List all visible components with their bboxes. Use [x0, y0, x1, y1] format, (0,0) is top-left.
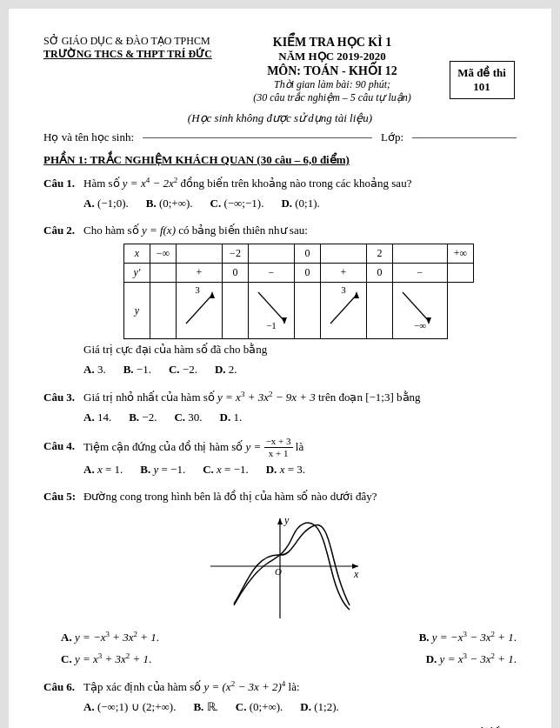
q5-options: A. y = −x3 + 3x2 + 1. B. y = −x3 − 3x2 +… — [61, 628, 517, 669]
question-5: Câu 5: Đường cong trong hình bên là đồ t… — [43, 488, 517, 669]
q2-table-area: x −∞ −2 0 2 +∞ y' + 0 − 0 — [83, 244, 517, 340]
q3-opt-a: A. 14. — [83, 409, 111, 427]
exam-page: SỞ GIÁO DỤC & ĐÀO TẠO TPHCM TRƯỜNG THCS … — [9, 9, 551, 728]
svg-marker-10 — [426, 317, 431, 324]
q1-opt-b: B. (0;+∞). — [146, 195, 193, 213]
q5-graph-area: x y O — [43, 510, 517, 623]
q5-opt-a: A. y = −x3 + 3x2 + 1. — [61, 628, 159, 647]
q3-opt-c: C. 30. — [174, 409, 202, 427]
q6-opt-b: B. ℝ. — [193, 698, 217, 717]
ma-de-label: Mã đề thi — [457, 66, 507, 80]
q1-header: Câu 1. Hàm số y = x4 − 2x2 đồng biến trê… — [43, 174, 517, 193]
question-3: Câu 3. Giá trị nhỏ nhất của hàm số y = x… — [43, 388, 517, 427]
svg-marker-8 — [354, 291, 359, 298]
q5-opt-b: B. y = −x3 − 3x2 + 1. — [419, 628, 517, 647]
q2-opt-b: B. −1. — [123, 361, 151, 379]
q4-num: Câu 4. — [43, 437, 78, 456]
svg-marker-15 — [277, 518, 283, 524]
q4-text: Tiệm cận đứng của đồ thị hàm số y = −x +… — [83, 436, 517, 459]
q4-opt-a: A. x = 1. — [83, 461, 123, 479]
school-label: TRƯỜNG THCS & THPT TRÍ ĐỨC — [43, 48, 217, 61]
q2-header: Câu 2. Cho hàm số y = f(x) có bảng biến … — [43, 222, 517, 240]
exam-year: NĂM HỌC 2019-2020 — [217, 50, 447, 63]
notice: (Học sinh không được sử dụng tài liệu) — [43, 111, 517, 125]
q3-opt-d: D. 1. — [220, 409, 243, 427]
q3-options: A. 14. B. −2. C. 30. D. 1. — [83, 409, 517, 427]
q4-header: Câu 4. Tiệm cận đứng của đồ thị hàm số y… — [43, 436, 517, 459]
q2-options: A. 3. B. −1. C. −2. D. 2. — [83, 361, 517, 379]
section1-title: PHẦN 1: TRẮC NGHIỆM KHÁCH QUAN (30 câu –… — [43, 153, 517, 167]
q3-opt-b: B. −2. — [129, 409, 157, 427]
q2-answer-label: Giá trị cực đại của hàm số đã cho bằng — [83, 341, 517, 359]
q3-header: Câu 3. Giá trị nhỏ nhất của hàm số y = x… — [43, 388, 517, 407]
q1-num: Câu 1. — [43, 175, 78, 193]
student-label: Họ và tên học sinh: — [43, 130, 134, 144]
svg-text:x: x — [353, 568, 359, 580]
arrow-up-right: 3 — [326, 284, 361, 332]
svg-line-1 — [186, 295, 212, 324]
header-left: SỞ GIÁO DỤC & ĐÀO TẠO TPHCM TRƯỜNG THCS … — [43, 35, 217, 104]
svg-text:y: y — [283, 514, 290, 526]
svg-line-9 — [403, 292, 429, 321]
question-4: Câu 4. Tiệm cận đứng của đồ thị hàm số y… — [43, 436, 517, 479]
dept-label: SỞ GIÁO DỤC & ĐÀO TẠO TPHCM — [43, 35, 217, 48]
ma-de-box: Mã đề thi 101 — [450, 61, 515, 99]
q5-text: Đường cong trong hình bên là đồ thị của … — [83, 488, 517, 506]
exam-time2: (30 câu trắc nghiệm – 5 câu tự luận) — [217, 91, 447, 104]
q4-opt-d: D. x = 3. — [266, 461, 305, 479]
svg-text:3: 3 — [195, 284, 200, 295]
variation-table: x −∞ −2 0 2 +∞ y' + 0 − 0 — [123, 244, 474, 340]
q5-options-row1: A. y = −x3 + 3x2 + 1. B. y = −x3 − 3x2 +… — [61, 628, 517, 647]
svg-marker-4 — [282, 317, 287, 324]
question-6: Câu 6. Tập xác định của hàm số y = (x2 −… — [43, 678, 517, 717]
q6-num: Câu 6. — [43, 678, 78, 697]
arrow-up-left: 3 — [182, 284, 217, 332]
exam-title: KIỂM TRA HỌC KÌ 1 — [217, 35, 447, 50]
q2-opt-d: D. 2. — [215, 361, 237, 379]
q4-options: A. x = 1. B. y = −1. C. x = −1. D. x = 3… — [83, 461, 517, 479]
q6-header: Câu 6. Tập xác định của hàm số y = (x2 −… — [43, 678, 517, 697]
question-1: Câu 1. Hàm số y = x4 − 2x2 đồng biến trê… — [43, 174, 517, 213]
exam-time: Thời gian làm bài: 90 phút; — [217, 78, 447, 91]
q4-opt-b: B. y = −1. — [140, 461, 185, 479]
q2-num: Câu 2. — [43, 222, 78, 240]
class-label: Lớp: — [381, 130, 403, 144]
q5-options-row2: C. y = x3 + 3x2 + 1. D. y = x3 − 3x2 + 1… — [61, 650, 517, 669]
q1-text: Hàm số y = x4 − 2x2 đồng biến trên khoản… — [83, 174, 517, 193]
header: SỞ GIÁO DỤC & ĐÀO TẠO TPHCM TRƯỜNG THCS … — [43, 35, 517, 104]
question-2: Câu 2. Cho hàm số y = f(x) có bảng biến … — [43, 222, 517, 379]
q5-opt-d: D. y = x3 − 3x2 + 1. — [426, 650, 517, 669]
exam-subject: MÔN: TOÁN - KHỐI 12 — [217, 63, 447, 78]
q2-text: Cho hàm số y = f(x) có bảng biến thiên n… — [83, 222, 517, 240]
curve-graph-svg: x y O — [193, 510, 367, 623]
header-center: KIỂM TRA HỌC KÌ 1 NĂM HỌC 2019-2020 MÔN:… — [217, 35, 447, 104]
svg-line-7 — [330, 295, 357, 324]
svg-text:−∞: −∞ — [414, 320, 426, 331]
q6-opt-a: A. (−∞;1) ∪ (2;+∞). — [83, 698, 176, 717]
student-line: Họ và tên học sinh: Lớp: — [43, 130, 517, 144]
q6-options: A. (−∞;1) ∪ (2;+∞). B. ℝ. C. (0;+∞). D. … — [83, 698, 517, 717]
q1-opt-c: C. (−∞;−1). — [210, 195, 264, 213]
svg-marker-2 — [210, 291, 215, 298]
arrow-down-right: −∞ — [398, 284, 442, 331]
svg-text:−1: −1 — [266, 320, 277, 331]
svg-text:O: O — [275, 566, 282, 577]
q6-text: Tập xác định của hàm số y = (x2 − 3x + 2… — [83, 678, 517, 697]
q4-opt-c: C. x = −1. — [203, 461, 249, 479]
q1-opt-a: A. (−1;0). — [83, 195, 129, 213]
q5-opt-c: C. y = x3 + 3x2 + 1. — [61, 650, 151, 669]
q2-opt-c: C. −2. — [169, 361, 197, 379]
arrow-down-mid: −1 — [254, 284, 289, 331]
q5-num: Câu 5: — [43, 488, 78, 506]
q3-text: Giá trị nhỏ nhất của hàm số y = x3 + 3x2… — [83, 388, 517, 407]
q5-header: Câu 5: Đường cong trong hình bên là đồ t… — [43, 488, 517, 506]
svg-line-3 — [258, 292, 284, 321]
ma-de-number: 101 — [457, 80, 507, 94]
q3-num: Câu 3. — [43, 389, 78, 407]
q6-opt-d: D. (1;2). — [300, 698, 338, 717]
q1-opt-d: D. (0;1). — [281, 195, 319, 213]
header-right: Mã đề thi 101 — [447, 35, 517, 104]
q1-options: A. (−1;0). B. (0;+∞). C. (−∞;−1). D. (0;… — [83, 195, 517, 213]
q6-opt-c: C. (0;+∞). — [236, 698, 283, 717]
svg-text:3: 3 — [341, 284, 346, 295]
